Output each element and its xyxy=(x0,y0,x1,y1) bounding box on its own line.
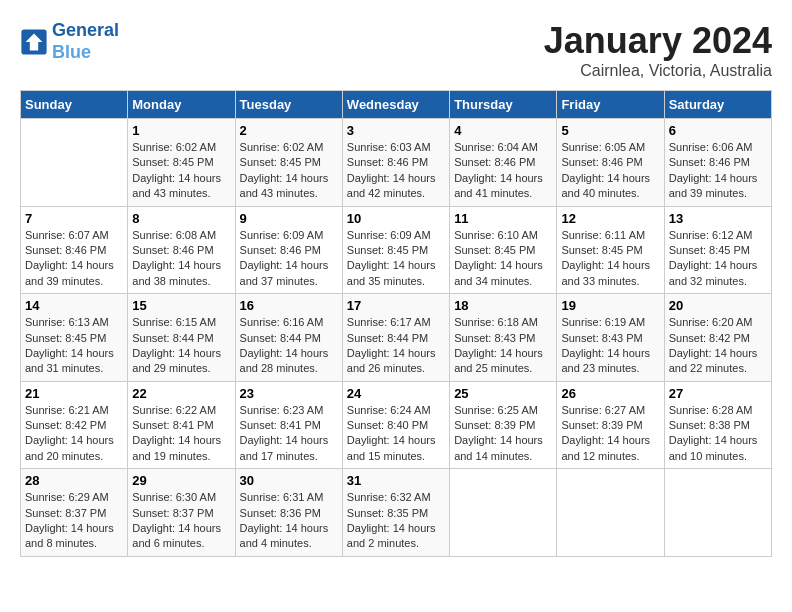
cell-line: Daylight: 14 hours xyxy=(132,258,230,273)
cell-line: Sunset: 8:45 PM xyxy=(132,155,230,170)
cell-line: Daylight: 14 hours xyxy=(561,171,659,186)
calendar-cell: 10Sunrise: 6:09 AMSunset: 8:45 PMDayligh… xyxy=(342,206,449,294)
cell-content: Sunrise: 6:16 AMSunset: 8:44 PMDaylight:… xyxy=(240,315,338,377)
cell-line: and 12 minutes. xyxy=(561,449,659,464)
cell-line: Sunrise: 6:10 AM xyxy=(454,228,552,243)
cell-content: Sunrise: 6:13 AMSunset: 8:45 PMDaylight:… xyxy=(25,315,123,377)
cell-line: and 39 minutes. xyxy=(669,186,767,201)
calendar-table: SundayMondayTuesdayWednesdayThursdayFrid… xyxy=(20,90,772,557)
calendar-cell xyxy=(664,469,771,557)
calendar-cell xyxy=(557,469,664,557)
cell-line: and 26 minutes. xyxy=(347,361,445,376)
cell-line: and 43 minutes. xyxy=(240,186,338,201)
calendar-cell: 25Sunrise: 6:25 AMSunset: 8:39 PMDayligh… xyxy=(450,381,557,469)
calendar-cell: 1Sunrise: 6:02 AMSunset: 8:45 PMDaylight… xyxy=(128,119,235,207)
cell-line: Sunset: 8:45 PM xyxy=(347,243,445,258)
calendar-cell: 16Sunrise: 6:16 AMSunset: 8:44 PMDayligh… xyxy=(235,294,342,382)
cell-line: and 2 minutes. xyxy=(347,536,445,551)
cell-content: Sunrise: 6:02 AMSunset: 8:45 PMDaylight:… xyxy=(240,140,338,202)
cell-content: Sunrise: 6:10 AMSunset: 8:45 PMDaylight:… xyxy=(454,228,552,290)
cell-line: and 23 minutes. xyxy=(561,361,659,376)
cell-content: Sunrise: 6:18 AMSunset: 8:43 PMDaylight:… xyxy=(454,315,552,377)
cell-line: Daylight: 14 hours xyxy=(240,346,338,361)
cell-line: Sunrise: 6:02 AM xyxy=(132,140,230,155)
week-row: 28Sunrise: 6:29 AMSunset: 8:37 PMDayligh… xyxy=(21,469,772,557)
calendar-cell: 5Sunrise: 6:05 AMSunset: 8:46 PMDaylight… xyxy=(557,119,664,207)
cell-line: Sunrise: 6:30 AM xyxy=(132,490,230,505)
calendar-cell: 20Sunrise: 6:20 AMSunset: 8:42 PMDayligh… xyxy=(664,294,771,382)
cell-line: Sunrise: 6:06 AM xyxy=(669,140,767,155)
week-row: 1Sunrise: 6:02 AMSunset: 8:45 PMDaylight… xyxy=(21,119,772,207)
week-row: 7Sunrise: 6:07 AMSunset: 8:46 PMDaylight… xyxy=(21,206,772,294)
cell-line: Sunrise: 6:29 AM xyxy=(25,490,123,505)
cell-line: Daylight: 14 hours xyxy=(132,433,230,448)
calendar-cell: 2Sunrise: 6:02 AMSunset: 8:45 PMDaylight… xyxy=(235,119,342,207)
day-number: 12 xyxy=(561,211,659,226)
cell-line: Daylight: 14 hours xyxy=(669,258,767,273)
day-number: 13 xyxy=(669,211,767,226)
cell-line: Sunrise: 6:09 AM xyxy=(240,228,338,243)
cell-content: Sunrise: 6:15 AMSunset: 8:44 PMDaylight:… xyxy=(132,315,230,377)
page-header: General Blue January 2024 Cairnlea, Vict… xyxy=(20,20,772,80)
cell-content: Sunrise: 6:06 AMSunset: 8:46 PMDaylight:… xyxy=(669,140,767,202)
day-number: 29 xyxy=(132,473,230,488)
day-number: 1 xyxy=(132,123,230,138)
cell-line: Sunrise: 6:23 AM xyxy=(240,403,338,418)
calendar-cell: 18Sunrise: 6:18 AMSunset: 8:43 PMDayligh… xyxy=(450,294,557,382)
calendar-cell: 23Sunrise: 6:23 AMSunset: 8:41 PMDayligh… xyxy=(235,381,342,469)
cell-content: Sunrise: 6:12 AMSunset: 8:45 PMDaylight:… xyxy=(669,228,767,290)
cell-content: Sunrise: 6:24 AMSunset: 8:40 PMDaylight:… xyxy=(347,403,445,465)
cell-line: Sunset: 8:45 PM xyxy=(25,331,123,346)
cell-line: Sunrise: 6:15 AM xyxy=(132,315,230,330)
day-header-friday: Friday xyxy=(557,91,664,119)
cell-line: Sunrise: 6:04 AM xyxy=(454,140,552,155)
cell-line: Sunrise: 6:08 AM xyxy=(132,228,230,243)
calendar-cell: 4Sunrise: 6:04 AMSunset: 8:46 PMDaylight… xyxy=(450,119,557,207)
cell-line: and 40 minutes. xyxy=(561,186,659,201)
cell-content: Sunrise: 6:17 AMSunset: 8:44 PMDaylight:… xyxy=(347,315,445,377)
cell-line: Sunset: 8:45 PM xyxy=(454,243,552,258)
cell-line: Daylight: 14 hours xyxy=(561,258,659,273)
calendar-cell: 15Sunrise: 6:15 AMSunset: 8:44 PMDayligh… xyxy=(128,294,235,382)
cell-line: and 42 minutes. xyxy=(347,186,445,201)
cell-line: Daylight: 14 hours xyxy=(25,346,123,361)
cell-line: and 28 minutes. xyxy=(240,361,338,376)
cell-line: Daylight: 14 hours xyxy=(25,433,123,448)
cell-line: Sunset: 8:36 PM xyxy=(240,506,338,521)
day-number: 14 xyxy=(25,298,123,313)
cell-line: Daylight: 14 hours xyxy=(25,521,123,536)
cell-line: Sunset: 8:35 PM xyxy=(347,506,445,521)
cell-line: Sunrise: 6:17 AM xyxy=(347,315,445,330)
cell-content: Sunrise: 6:32 AMSunset: 8:35 PMDaylight:… xyxy=(347,490,445,552)
day-number: 28 xyxy=(25,473,123,488)
calendar-cell: 26Sunrise: 6:27 AMSunset: 8:39 PMDayligh… xyxy=(557,381,664,469)
calendar-cell: 30Sunrise: 6:31 AMSunset: 8:36 PMDayligh… xyxy=(235,469,342,557)
cell-line: Sunrise: 6:21 AM xyxy=(25,403,123,418)
cell-line: Sunrise: 6:05 AM xyxy=(561,140,659,155)
calendar-cell xyxy=(21,119,128,207)
cell-line: Sunrise: 6:11 AM xyxy=(561,228,659,243)
cell-line: and 37 minutes. xyxy=(240,274,338,289)
calendar-cell: 9Sunrise: 6:09 AMSunset: 8:46 PMDaylight… xyxy=(235,206,342,294)
cell-line: Sunset: 8:46 PM xyxy=(25,243,123,258)
cell-line: Daylight: 14 hours xyxy=(347,346,445,361)
cell-line: Daylight: 14 hours xyxy=(561,433,659,448)
cell-line: and 4 minutes. xyxy=(240,536,338,551)
day-number: 25 xyxy=(454,386,552,401)
cell-line: Daylight: 14 hours xyxy=(347,171,445,186)
day-header-tuesday: Tuesday xyxy=(235,91,342,119)
cell-line: Sunrise: 6:19 AM xyxy=(561,315,659,330)
cell-line: Daylight: 14 hours xyxy=(240,171,338,186)
week-row: 14Sunrise: 6:13 AMSunset: 8:45 PMDayligh… xyxy=(21,294,772,382)
day-number: 30 xyxy=(240,473,338,488)
calendar-cell: 28Sunrise: 6:29 AMSunset: 8:37 PMDayligh… xyxy=(21,469,128,557)
day-number: 8 xyxy=(132,211,230,226)
cell-line: Sunrise: 6:31 AM xyxy=(240,490,338,505)
cell-line: Sunrise: 6:22 AM xyxy=(132,403,230,418)
day-header-monday: Monday xyxy=(128,91,235,119)
cell-line: Sunrise: 6:03 AM xyxy=(347,140,445,155)
cell-line: Sunrise: 6:09 AM xyxy=(347,228,445,243)
calendar-cell: 13Sunrise: 6:12 AMSunset: 8:45 PMDayligh… xyxy=(664,206,771,294)
cell-line: and 39 minutes. xyxy=(25,274,123,289)
cell-content: Sunrise: 6:03 AMSunset: 8:46 PMDaylight:… xyxy=(347,140,445,202)
